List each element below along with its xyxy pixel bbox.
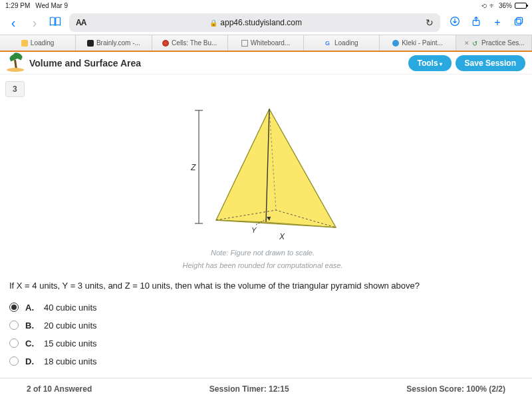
app-header: Volume and Surface Area Tools Save Sessi…: [0, 52, 532, 74]
label-x: X: [279, 232, 285, 241]
tab-strip: Loading Brainly.com -... Cells: The Bu..…: [0, 35, 532, 52]
share-icon[interactable]: [469, 16, 483, 29]
svg-rect-3: [517, 17, 523, 23]
tab-kleki[interactable]: Kleki - Paint...: [380, 35, 456, 51]
tab-whiteboard[interactable]: Whiteboard...: [228, 35, 304, 51]
bookmarks-icon[interactable]: [49, 16, 61, 29]
download-icon[interactable]: [448, 16, 462, 29]
pyramid-figure: Z Y X: [176, 104, 349, 243]
answered-count: 2 of 10 Answered: [27, 384, 92, 394]
new-tab-icon[interactable]: +: [491, 17, 504, 29]
tab-loading-2[interactable]: GLoading: [304, 35, 380, 51]
question-content[interactable]: 3 Z Y X Note: Figure not drawn to scale.…: [0, 74, 532, 375]
lock-icon: 🔒: [209, 19, 217, 27]
answer-option-a[interactable]: A. 40 cubic units: [9, 299, 520, 317]
radio-a[interactable]: [9, 303, 19, 312]
browser-toolbar: ‹ › AA 🔒 app46.studyisland.com ↻ +: [0, 11, 532, 35]
radio-c[interactable]: [9, 338, 19, 348]
session-timer: Session Timer: 12:15: [209, 384, 289, 394]
figure-note-1: Note: Figure not drawn to scale.: [5, 248, 520, 258]
study-island-logo-icon: [7, 55, 24, 72]
session-status-bar: 2 of 10 Answered Session Timer: 12:15 Se…: [0, 378, 532, 399]
url-domain: app46.studyisland.com: [220, 18, 302, 27]
svg-text:G: G: [325, 40, 330, 47]
radio-b[interactable]: [9, 321, 19, 330]
radio-d[interactable]: [9, 356, 19, 366]
reader-aa-icon[interactable]: AA: [76, 18, 86, 27]
status-date: Wed Mar 9: [35, 2, 68, 9]
tabs-icon[interactable]: [512, 16, 525, 29]
svg-rect-2: [515, 19, 521, 25]
battery-percent: 36%: [499, 2, 512, 9]
battery-icon: [515, 3, 527, 9]
tab-practice-session[interactable]: ✕↺Practice Ses...: [456, 35, 532, 51]
tab-brainly[interactable]: Brainly.com -...: [76, 35, 152, 51]
device-status-bar: 1:29 PM Wed Mar 9 ⟲ ᯤ 36%: [0, 0, 532, 11]
figure-note-2: Height has been rounded for computationa…: [5, 261, 520, 271]
answer-option-b[interactable]: B. 20 cubic units: [9, 317, 520, 334]
url-bar[interactable]: AA 🔒 app46.studyisland.com ↻: [69, 13, 440, 32]
answer-option-c[interactable]: C. 15 cubic units: [9, 334, 520, 352]
answer-list: A. 40 cubic units B. 20 cubic units C. 1…: [9, 299, 520, 370]
wifi-icon: ⟲ ᯤ: [481, 2, 496, 9]
answer-option-d[interactable]: D. 18 cubic units: [9, 352, 520, 370]
back-button[interactable]: ‹: [7, 15, 20, 31]
question-prompt: If X = 4 units, Y = 3 units, and Z = 10 …: [9, 281, 520, 291]
save-session-button[interactable]: Save Session: [456, 55, 525, 71]
tab-loading-1[interactable]: Loading: [0, 35, 76, 51]
forward-button[interactable]: ›: [28, 15, 41, 31]
tools-button[interactable]: Tools: [408, 55, 452, 71]
question-number-badge: 3: [5, 81, 25, 97]
reload-icon[interactable]: ↻: [426, 17, 434, 28]
status-time: 1:29 PM: [5, 2, 30, 9]
session-score: Session Score: 100% (2/2): [406, 384, 505, 394]
label-y: Y: [251, 226, 257, 234]
label-z: Z: [190, 163, 196, 172]
close-tab-icon: ✕: [464, 40, 469, 47]
tab-cells[interactable]: Cells: The Bu...: [152, 35, 228, 51]
page-title: Volume and Surface Area: [29, 58, 141, 68]
figure-area: Z Y X Note: Figure not drawn to scale. H…: [5, 98, 520, 274]
